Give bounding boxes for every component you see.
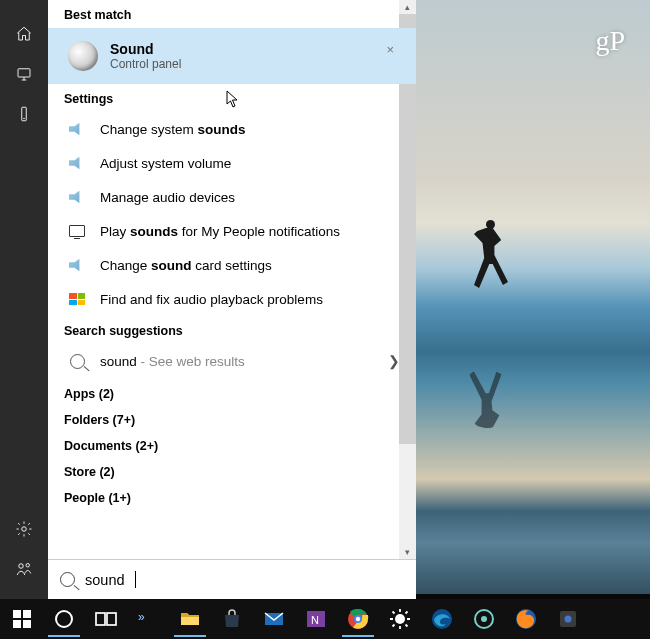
feedback-icon[interactable]: [0, 549, 48, 589]
wallpaper-runner-reflection: [469, 368, 507, 429]
svg-rect-11: [107, 613, 116, 625]
taskbar-app-generic[interactable]: [548, 600, 588, 638]
section-best-match: Best match: [48, 0, 416, 28]
settings-result[interactable]: Find and fix audio playback problems: [48, 282, 416, 316]
settings-gear-icon[interactable]: [0, 509, 48, 549]
result-category[interactable]: People (1+): [48, 482, 416, 508]
store-icon[interactable]: [212, 600, 252, 638]
close-icon[interactable]: ×: [386, 42, 394, 57]
result-label: Manage audio devices: [100, 189, 400, 206]
chrome-icon[interactable]: [338, 600, 378, 638]
svg-rect-5: [13, 610, 21, 618]
taskbar: » N: [0, 599, 650, 639]
search-suggestion[interactable]: sound - See web results ❯: [48, 344, 416, 378]
search-text-value: sound: [85, 572, 125, 588]
svg-point-22: [481, 616, 487, 622]
svg-point-3: [19, 564, 24, 569]
svg-point-2: [22, 527, 27, 532]
sound-control-panel-icon: [68, 41, 98, 71]
search-icon: [60, 572, 75, 587]
svg-text:»: »: [138, 610, 145, 624]
result-label: Adjust system volume: [100, 155, 400, 172]
cortana-button[interactable]: [44, 600, 84, 638]
settings-result[interactable]: Change system sounds: [48, 112, 416, 146]
search-icon: [70, 354, 85, 369]
start-button[interactable]: [2, 600, 42, 638]
music-icon[interactable]: [464, 600, 504, 638]
settings-result[interactable]: Play sounds for My People notifications: [48, 214, 416, 248]
monitor-icon: [69, 225, 85, 237]
best-match-item[interactable]: Sound Control panel ×: [48, 28, 416, 84]
settings-result[interactable]: Adjust system volume: [48, 146, 416, 180]
svg-point-9: [56, 611, 72, 627]
svg-rect-0: [18, 69, 30, 77]
svg-rect-8: [23, 620, 31, 628]
onenote-icon[interactable]: N: [296, 600, 336, 638]
task-view-button[interactable]: [86, 600, 126, 638]
start-left-rail: [0, 0, 48, 599]
speaker-icon: [69, 190, 85, 204]
settings-result[interactable]: Change sound card settings: [48, 248, 416, 282]
result-label: Find and fix audio playback problems: [100, 291, 400, 308]
result-category[interactable]: Folders (7+): [48, 404, 416, 430]
home-icon[interactable]: [0, 14, 48, 54]
edge-icon[interactable]: [422, 600, 462, 638]
scroll-down-arrow[interactable]: ▾: [399, 545, 416, 559]
result-category[interactable]: Apps (2): [48, 378, 416, 404]
svg-point-25: [565, 616, 572, 623]
troubleshoot-icon: [69, 293, 85, 305]
file-explorer-icon[interactable]: [170, 600, 210, 638]
computer-icon[interactable]: [0, 54, 48, 94]
wallpaper-runner-silhouette: [474, 220, 508, 290]
svg-rect-10: [96, 613, 105, 625]
section-suggestions: Search suggestions: [48, 316, 416, 344]
result-category[interactable]: Documents (2+): [48, 430, 416, 456]
svg-point-4: [26, 564, 29, 567]
svg-text:N: N: [311, 614, 319, 626]
taskbar-overflow[interactable]: »: [128, 600, 168, 638]
svg-rect-6: [23, 610, 31, 618]
suggestion-aux: - See web results: [137, 354, 245, 369]
search-box[interactable]: sound: [48, 559, 416, 599]
speaker-icon: [69, 258, 85, 272]
start-search-panel: ▴ ▾ Best match Sound Control panel × Set…: [48, 0, 416, 599]
watermark-logo: gP: [595, 25, 625, 57]
scroll-up-arrow[interactable]: ▴: [399, 0, 416, 14]
weather-icon[interactable]: [380, 600, 420, 638]
best-match-title: Sound: [110, 41, 181, 57]
firefox-icon[interactable]: [506, 600, 546, 638]
device-tower-icon[interactable]: [0, 94, 48, 134]
svg-point-19: [395, 614, 405, 624]
text-caret: [135, 571, 136, 588]
settings-result[interactable]: Manage audio devices: [48, 180, 416, 214]
result-label: Play sounds for My People notifications: [100, 223, 400, 240]
result-label: Change sound card settings: [100, 257, 400, 274]
mail-icon[interactable]: [254, 600, 294, 638]
section-settings: Settings: [48, 84, 416, 112]
speaker-icon: [69, 156, 85, 170]
result-category[interactable]: Store (2): [48, 456, 416, 482]
result-label: Change system sounds: [100, 121, 400, 138]
svg-point-18: [356, 617, 360, 621]
speaker-icon: [69, 122, 85, 136]
svg-rect-7: [13, 620, 21, 628]
suggestion-term: sound: [100, 354, 137, 369]
best-match-subtitle: Control panel: [110, 57, 181, 71]
search-results: ▴ ▾ Best match Sound Control panel × Set…: [48, 0, 416, 559]
